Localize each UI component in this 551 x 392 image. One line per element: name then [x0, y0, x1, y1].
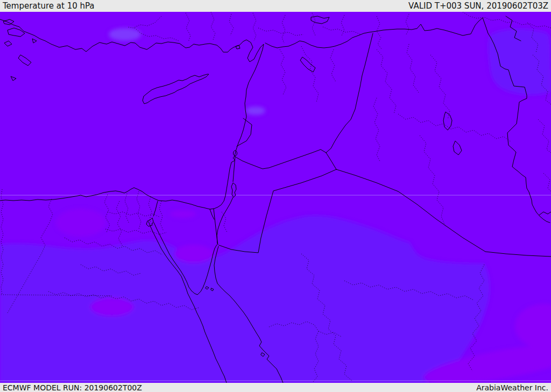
page-title: Temperature at 10 hPa [3, 1, 95, 11]
valid-time-label: VALID T+003 SUN, 20190602T03Z [408, 1, 548, 11]
field-cool-northeast-patch [488, 29, 551, 95]
weather-map-window: Temperature at 10 hPa VALID T+003 SUN, 2… [0, 0, 551, 392]
field-cold-spot-levant [246, 106, 265, 115]
dead-sea [231, 183, 236, 197]
header-bar: Temperature at 10 hPa VALID T+003 SUN, 2… [0, 0, 551, 12]
footer-bar: ECMWF MODEL RUN: 20190602T00Z ArabiaWeat… [0, 383, 551, 392]
credit-label: ArabiaWeather Inc. [476, 383, 548, 392]
map-canvas [0, 12, 551, 383]
field-warm-spot-sinai [174, 245, 213, 263]
field-warm-spot-delta-west [56, 209, 105, 237]
field-warm-spot-suez [170, 210, 196, 218]
weather-map [0, 12, 551, 383]
field-cold-spot-north [109, 28, 141, 41]
field-warm-spot-nile [90, 298, 133, 316]
temperature-field [0, 12, 551, 383]
model-run-label: ECMWF MODEL RUN: 20190602T00Z [3, 383, 142, 392]
